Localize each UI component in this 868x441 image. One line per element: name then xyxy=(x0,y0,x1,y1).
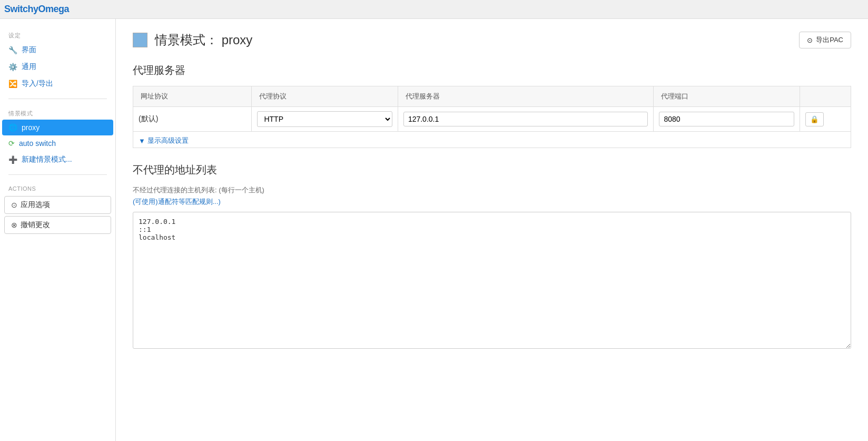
col-header-protocol: 代理协议 xyxy=(252,86,398,107)
globe-icon: 🌐 xyxy=(8,123,17,132)
no-proxy-description: 不经过代理连接的主机列表: (每行一个主机) xyxy=(133,185,851,195)
page-title: 情景模式： proxy xyxy=(155,32,252,48)
proxy-servers-title: 代理服务器 xyxy=(133,63,851,77)
no-proxy-section: 不代理的地址列表 不经过代理连接的主机列表: (每行一个主机) (可使用)通配符… xyxy=(133,163,851,350)
advanced-row: ▼ 显示高级设置 xyxy=(133,132,851,148)
sidebar-item-general[interactable]: ⚙️ 通用 xyxy=(0,58,115,75)
apply-icon: ⊙ xyxy=(11,201,17,209)
col-header-url: 网址协议 xyxy=(133,86,252,107)
chevron-down-icon: ▼ xyxy=(139,137,145,145)
proxy-port-input[interactable] xyxy=(659,112,794,126)
auto-switch-icon: ⟳ xyxy=(8,139,15,148)
no-proxy-textarea[interactable]: 127.0.0.1 ::1 localhost xyxy=(133,212,851,349)
profile-color-box xyxy=(133,33,147,47)
no-proxy-title: 不代理的地址列表 xyxy=(133,163,851,177)
sidebar: 设定 🔧 界面 ⚙️ 通用 🔀 导入/导出 情景模式 🌐 proxy ⟳ aut… xyxy=(0,19,116,441)
sidebar-item-import-export[interactable]: 🔀 导入/导出 xyxy=(0,75,115,92)
sidebar-item-ui[interactable]: 🔧 界面 xyxy=(0,42,115,58)
proxy-servers-section: 代理服务器 网址协议 代理协议 代理服务器 代理端 xyxy=(133,63,851,148)
sidebar-item-new-profile[interactable]: ➕ 新建情景模式... xyxy=(0,151,115,168)
proxy-port-cell[interactable] xyxy=(654,107,800,132)
export-icon: ⊙ xyxy=(807,36,813,44)
main-content: 情景模式： proxy ⊙ 导出PAC 代理服务器 网址协议 xyxy=(116,19,868,441)
apply-options-button[interactable]: ⊙ 应用选项 xyxy=(4,196,111,214)
sidebar-divider xyxy=(8,99,107,99)
table-row: (默认) HTTP HTTPS SOCKS4 SOCKS5 xyxy=(133,107,851,132)
gear-icon: ⚙️ xyxy=(8,63,17,71)
lock-cell[interactable]: 🔒 xyxy=(800,107,851,132)
export-pac-button[interactable]: ⊙ 导出PAC xyxy=(799,32,851,48)
wrench-icon: 🔧 xyxy=(8,46,17,54)
revert-changes-button[interactable]: ⊗ 撤销更改 xyxy=(4,216,111,234)
show-advanced-link[interactable]: ▼ 显示高级设置 xyxy=(133,132,189,148)
profile-mode-label: 情景模式 xyxy=(0,105,115,120)
actions-label: ACTIONS xyxy=(0,181,115,194)
url-protocol-cell: (默认) xyxy=(133,107,252,132)
col-header-port: 代理端口 xyxy=(654,86,800,107)
proxy-table: 网址协议 代理协议 代理服务器 代理端口 xyxy=(133,86,851,148)
revert-icon: ⊗ xyxy=(11,221,17,229)
col-header-lock xyxy=(800,86,851,107)
sidebar-divider-2 xyxy=(8,174,107,175)
app-logo: SwitchyOmega xyxy=(4,4,69,15)
wildcard-link[interactable]: (可使用)通配符等匹配规则...) xyxy=(133,197,851,207)
col-header-server: 代理服务器 xyxy=(398,86,654,107)
page-title-area: 情景模式： proxy xyxy=(133,32,252,48)
proxy-protocol-select[interactable]: HTTP HTTPS SOCKS4 SOCKS5 xyxy=(257,111,392,127)
proxy-server-input[interactable] xyxy=(403,112,648,126)
sidebar-item-proxy[interactable]: 🌐 proxy xyxy=(2,120,113,135)
import-export-icon: 🔀 xyxy=(8,80,17,88)
page-header: 情景模式： proxy ⊙ 导出PAC xyxy=(133,32,851,48)
sidebar-item-auto-switch[interactable]: ⟳ auto switch xyxy=(0,135,115,151)
lock-button[interactable]: 🔒 xyxy=(805,112,824,126)
plus-icon: ➕ xyxy=(8,155,17,164)
proxy-protocol-cell[interactable]: HTTP HTTPS SOCKS4 SOCKS5 xyxy=(252,107,398,132)
proxy-server-cell[interactable] xyxy=(398,107,654,132)
settings-section-label: 设定 xyxy=(0,27,115,42)
